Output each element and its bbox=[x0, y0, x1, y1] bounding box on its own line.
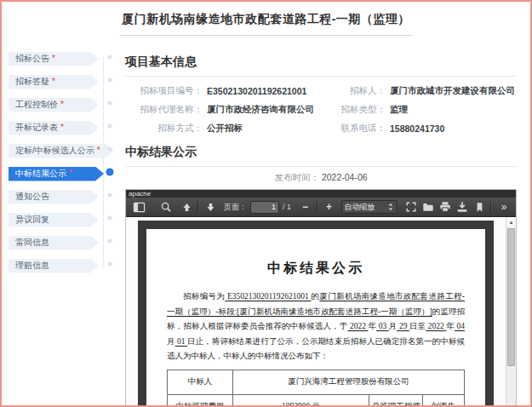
toolbar-separator bbox=[197, 202, 199, 213]
scroll-up-icon[interactable]: ▲ bbox=[506, 217, 516, 227]
paragraph-segment: 日至 bbox=[409, 322, 426, 330]
main-content: 项目基本信息 招标项目编号：E3502130201192621001招标人：厦门… bbox=[117, 43, 530, 407]
sidebar-item[interactable]: 异议回复 bbox=[9, 213, 99, 227]
zoom-mode-select[interactable]: 自动缩放 bbox=[341, 200, 398, 214]
publish-line: 发布时间：2022-04-06 bbox=[125, 172, 517, 184]
print-icon[interactable] bbox=[437, 199, 454, 215]
required-star: * bbox=[60, 123, 64, 132]
sidebar-item-row: 招标公告* bbox=[9, 49, 117, 64]
presentation-mode-icon[interactable] bbox=[403, 199, 420, 215]
more-tools-icon[interactable]: » bbox=[495, 199, 512, 215]
sidebar-items: 招标公告*招标答疑*工程控制价*开标记录表*定标/中标候选人公示*中标结果公示*… bbox=[9, 49, 117, 271]
table-cell: 总监理工程师 bbox=[369, 394, 423, 407]
page: 厦门新机场南缘造地市政配套道路工程-一期（监理） 招标公告*招标答疑*工程控制价… bbox=[0, 0, 532, 407]
page-total: / 1 bbox=[283, 203, 291, 211]
sidebar-item[interactable]: 招标答疑* bbox=[9, 75, 99, 89]
paragraph-segment: 年 bbox=[446, 322, 455, 330]
sidebar-item[interactable]: 理赔信息 bbox=[9, 259, 99, 273]
publish-label: 发布时间： bbox=[274, 172, 319, 182]
sidebar-item-label: 中标结果公示 bbox=[15, 168, 66, 180]
pdf-viewer: apache 页面： bbox=[125, 189, 517, 407]
search-icon[interactable] bbox=[157, 199, 174, 215]
timeline-dot bbox=[108, 192, 112, 197]
sidebar-toggle-icon[interactable] bbox=[130, 199, 147, 215]
sidebar-item[interactable]: 通知公告 bbox=[9, 190, 99, 204]
toolbar-separator bbox=[317, 202, 318, 213]
info-value: 厦门市政城市开发建设有限公司 bbox=[390, 85, 517, 97]
timeline-dot bbox=[106, 168, 114, 175]
document-paragraph: 招标编号为 E3502130201192621001 的厦门新机场南缘造地市政配… bbox=[167, 289, 465, 364]
info-label: 联系电话： bbox=[339, 123, 390, 135]
info-label: 招标方式： bbox=[125, 123, 207, 135]
page-down-icon[interactable] bbox=[202, 199, 219, 215]
table-row: 中标监理费用1092900 元总监理工程师刘海生 bbox=[168, 394, 465, 407]
page-label: 页面： bbox=[224, 202, 247, 213]
paragraph-segment: 月 bbox=[389, 322, 398, 330]
select-caret-icon bbox=[387, 203, 394, 211]
table-cell: 中标监理费用 bbox=[168, 394, 233, 407]
pdf-page: 中标结果公示 招标编号为 E3502130201192621001 的厦门新机场… bbox=[138, 221, 494, 407]
sidebar-item-label: 通知公告 bbox=[15, 191, 49, 203]
sidebar-item-row: 雷同信息 bbox=[9, 233, 117, 248]
info-value: 监理 bbox=[390, 104, 517, 116]
bookmark-icon[interactable] bbox=[471, 199, 488, 215]
sidebar-item-row: 招标答疑* bbox=[9, 72, 117, 87]
sidebar-item-row: 中标结果公示* bbox=[9, 164, 117, 179]
pdf-document: 中标结果公示 招标编号为 E3502130201192621001 的厦门新机场… bbox=[146, 229, 485, 407]
sidebar-item[interactable]: 雷同信息 bbox=[9, 236, 99, 250]
pdf-viewer-body: 中标结果公示 招标编号为 E3502130201192621001 的厦门新机场… bbox=[126, 217, 516, 407]
timeline-dot bbox=[108, 146, 112, 151]
open-file-icon[interactable] bbox=[420, 199, 437, 215]
table-cell: 1092900 元 bbox=[232, 394, 369, 407]
zoom-out-icon[interactable]: − bbox=[297, 199, 314, 215]
publish-date: 2022-04-06 bbox=[322, 172, 368, 182]
section-title-basic-info: 项目基本信息 bbox=[125, 54, 517, 77]
info-value: 厦门市政经济咨询有限公司 bbox=[207, 104, 339, 116]
server-label: apache bbox=[126, 190, 516, 198]
sidebar-item-row: 工程控制价* bbox=[9, 95, 117, 110]
sidebar-item-row: 通知公告 bbox=[9, 187, 117, 202]
paragraph-underlined-segment: 29 bbox=[397, 322, 409, 330]
basic-info-grid: 招标项目编号：E3502130201192621001招标人：厦门市政城市开发建… bbox=[125, 85, 517, 135]
page-header: 厦门新机场南缘造地市政配套道路工程-一期（监理） bbox=[2, 2, 530, 43]
sidebar-item-row: 异议回复 bbox=[9, 210, 117, 225]
sidebar: 招标公告*招标答疑*工程控制价*开标记录表*定标/中标候选人公示*中标结果公示*… bbox=[2, 43, 117, 279]
sidebar-item-label: 工程控制价 bbox=[15, 99, 58, 111]
pdf-toolbar: 页面： / 1 − + 自动缩放 bbox=[126, 198, 516, 217]
paragraph-underlined-segment: 01 bbox=[175, 337, 187, 346]
page-number-input[interactable] bbox=[250, 201, 279, 214]
zoom-mode-value: 自动缩放 bbox=[345, 202, 375, 213]
paragraph-underlined-segment: 2022 bbox=[347, 322, 368, 330]
sidebar-item-label: 招标答疑 bbox=[15, 76, 49, 88]
scrollbar[interactable]: ▲ bbox=[506, 217, 516, 407]
info-value: E3502130201192621001 bbox=[207, 86, 339, 96]
sidebar-item[interactable]: 开标记录表* bbox=[9, 121, 99, 135]
sidebar-item-row: 开标记录表* bbox=[9, 118, 117, 133]
page-up-icon[interactable] bbox=[178, 199, 195, 215]
info-value: 公开招标 bbox=[207, 123, 339, 135]
timeline-dot bbox=[108, 100, 112, 105]
sidebar-item[interactable]: 中标结果公示* bbox=[9, 167, 104, 181]
paragraph-underlined-segment: 04 bbox=[455, 322, 465, 330]
zoom-in-icon[interactable]: + bbox=[321, 199, 338, 215]
paragraph-segment: 招标编号为 bbox=[183, 292, 225, 301]
table-cell: 中标人 bbox=[168, 370, 233, 394]
timeline-dot bbox=[108, 215, 112, 220]
paragraph-segment: 的 bbox=[311, 292, 319, 301]
info-label: 招标人： bbox=[339, 85, 390, 97]
required-star: * bbox=[52, 54, 55, 63]
paragraph-underlined-segment: E3502130201192621001 bbox=[225, 292, 311, 301]
sidebar-item[interactable]: 工程控制价* bbox=[9, 98, 99, 112]
sidebar-item[interactable]: 招标公告* bbox=[9, 52, 99, 66]
required-star: * bbox=[60, 100, 64, 109]
toolbar-separator bbox=[490, 202, 492, 213]
paragraph-segment: 月 bbox=[167, 337, 175, 346]
paragraph-underlined-segment: 2022 bbox=[426, 322, 446, 330]
sidebar-item-label: 定标/中标候选人公示 bbox=[15, 145, 94, 157]
scrollbar-thumb[interactable] bbox=[507, 228, 515, 366]
document-title: 中标结果公示 bbox=[167, 229, 465, 278]
required-star: * bbox=[97, 146, 100, 155]
download-icon[interactable] bbox=[454, 199, 471, 215]
info-label: 招标代理名称： bbox=[125, 104, 207, 116]
sidebar-item[interactable]: 定标/中标候选人公示* bbox=[9, 144, 114, 158]
